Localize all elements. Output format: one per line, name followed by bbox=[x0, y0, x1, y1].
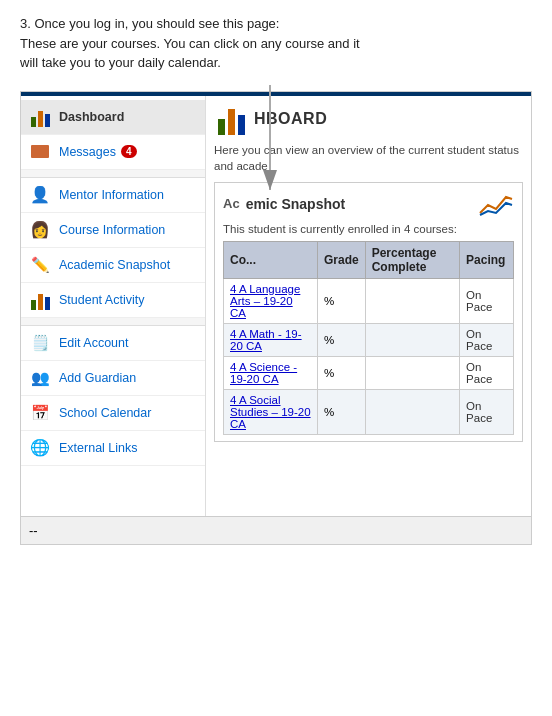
bottom-strip: -- bbox=[21, 516, 531, 544]
snapshot-header: Ac emic Snapshot bbox=[223, 189, 514, 219]
sidebar-item-mentor[interactable]: 👤 Mentor Information bbox=[21, 178, 205, 213]
course-link-1[interactable]: 4 A Language Arts – 19-20 CA bbox=[230, 283, 300, 319]
external-links-label: External Links bbox=[59, 441, 138, 455]
dashboard-label: Dashboard bbox=[59, 110, 124, 124]
table-row: 4 A Science - 19-20 CA % On Pace bbox=[224, 356, 514, 389]
snapshot-box: Ac emic Snapshot This student is current… bbox=[214, 182, 523, 442]
trend-icon bbox=[478, 189, 514, 219]
bar-chart-icon bbox=[29, 106, 51, 128]
messages-label: Messages bbox=[59, 145, 116, 159]
sidebar-gap-2 bbox=[21, 318, 205, 326]
instruction-text2: These are your courses. You can click on… bbox=[20, 36, 360, 51]
sidebar-item-messages[interactable]: Messages 4 bbox=[21, 135, 205, 170]
globe-icon: 🌐 bbox=[29, 437, 51, 459]
sidebar-item-school-calendar[interactable]: 📅 School Calendar bbox=[21, 396, 205, 431]
instruction-area: 3. Once you log in, you should see this … bbox=[0, 0, 552, 83]
sidebar-item-course[interactable]: 👩 Course Information bbox=[21, 213, 205, 248]
academic-label: Academic Snapshot bbox=[59, 258, 170, 272]
content-wrapper: Dashboard Messages 4 👤 Mentor Informatio… bbox=[21, 96, 531, 516]
pacing-3: On Pace bbox=[460, 356, 514, 389]
house-icon bbox=[29, 289, 51, 311]
grade-1: % bbox=[317, 278, 365, 323]
pct-3 bbox=[365, 356, 459, 389]
sidebar-item-external-links[interactable]: 🌐 External Links bbox=[21, 431, 205, 466]
pencil-icon: ✏️ bbox=[29, 254, 51, 276]
enrolled-text: This student is currently enrolled in 4 … bbox=[223, 223, 514, 235]
bottom-dashes: -- bbox=[29, 523, 38, 538]
col-header-percentage: Percentage Complete bbox=[365, 241, 459, 278]
sidebar-item-academic[interactable]: ✏️ Academic Snapshot bbox=[21, 248, 205, 283]
grade-3: % bbox=[317, 356, 365, 389]
course-link-4[interactable]: 4 A Social Studies – 19-20 CA bbox=[230, 394, 311, 430]
mentor-label: Mentor Information bbox=[59, 188, 164, 202]
col-header-grade: Grade bbox=[317, 241, 365, 278]
calendar-icon: 📅 bbox=[29, 402, 51, 424]
pacing-4: On Pace bbox=[460, 389, 514, 434]
dashboard-bar-icon bbox=[214, 102, 248, 136]
pacing-1: On Pace bbox=[460, 278, 514, 323]
snapshot-title: emic Snapshot bbox=[246, 196, 346, 212]
envelope-icon bbox=[29, 141, 51, 163]
col-header-pacing: Pacing bbox=[460, 241, 514, 278]
people-icon: 👥 bbox=[29, 367, 51, 389]
courses-table: Co... Grade Percentage Complete Pacing 4… bbox=[223, 241, 514, 435]
person2-icon: 👩 bbox=[29, 219, 51, 241]
instruction-text1: Once you log in, you should see this pag… bbox=[34, 16, 279, 31]
person-icon: 👤 bbox=[29, 184, 51, 206]
grade-4: % bbox=[317, 389, 365, 434]
main-panel: HBOARD Here you can view an overview of … bbox=[206, 96, 531, 516]
course-link-3[interactable]: 4 A Science - 19-20 CA bbox=[230, 361, 297, 385]
edit-icon: 🗒️ bbox=[29, 332, 51, 354]
course-link-2[interactable]: 4 A Math - 19-20 CA bbox=[230, 328, 302, 352]
dashboard-title: HBOARD bbox=[254, 110, 327, 128]
snapshot-ac-prefix: Ac bbox=[223, 196, 240, 211]
table-row: 4 A Language Arts – 19-20 CA % On Pace bbox=[224, 278, 514, 323]
course-label: Course Information bbox=[59, 223, 165, 237]
table-row: 4 A Math - 19-20 CA % On Pace bbox=[224, 323, 514, 356]
activity-label: Student Activity bbox=[59, 293, 144, 307]
pacing-2: On Pace bbox=[460, 323, 514, 356]
edit-account-label: Edit Account bbox=[59, 336, 129, 350]
sidebar-item-dashboard[interactable]: Dashboard bbox=[21, 100, 205, 135]
pct-1 bbox=[365, 278, 459, 323]
overview-text: Here you can view an overview of the cur… bbox=[214, 142, 523, 174]
sidebar-gap-1 bbox=[21, 170, 205, 178]
grade-2: % bbox=[317, 323, 365, 356]
step-number: 3. bbox=[20, 16, 31, 31]
sidebar-item-add-guardian[interactable]: 👥 Add Guardian bbox=[21, 361, 205, 396]
pct-2 bbox=[365, 323, 459, 356]
table-row: 4 A Social Studies – 19-20 CA % On Pace bbox=[224, 389, 514, 434]
add-guardian-label: Add Guardian bbox=[59, 371, 136, 385]
sidebar-item-activity[interactable]: Student Activity bbox=[21, 283, 205, 318]
messages-badge: 4 bbox=[121, 145, 137, 158]
screenshot-area: Dashboard Messages 4 👤 Mentor Informatio… bbox=[20, 91, 532, 545]
instruction-text3: will take you to your daily calendar. bbox=[20, 55, 221, 70]
sidebar-item-edit-account[interactable]: 🗒️ Edit Account bbox=[21, 326, 205, 361]
col-header-course: Co... bbox=[224, 241, 318, 278]
sidebar: Dashboard Messages 4 👤 Mentor Informatio… bbox=[21, 96, 206, 516]
pct-4 bbox=[365, 389, 459, 434]
school-calendar-label: School Calendar bbox=[59, 406, 151, 420]
dashboard-header: HBOARD bbox=[214, 102, 523, 136]
